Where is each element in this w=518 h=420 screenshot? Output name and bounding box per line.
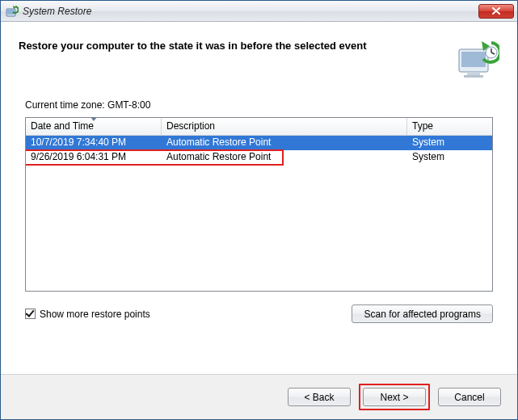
col-description[interactable]: Description — [162, 118, 407, 135]
header-row: Restore your computer to the state it wa… — [19, 36, 499, 80]
content-area: Restore your computer to the state it wa… — [1, 22, 517, 374]
svg-rect-6 — [464, 75, 483, 78]
table-header: Date and Time Description Type — [26, 118, 492, 136]
col-date-label: Date and Time — [31, 120, 94, 132]
cancel-button[interactable]: Cancel — [438, 388, 501, 406]
show-more-checkbox[interactable]: Show more restore points — [25, 309, 150, 320]
col-type-label: Type — [412, 120, 433, 132]
window-title: System Restore — [23, 6, 478, 17]
table-row[interactable]: 9/26/2019 6:04:31 PMAutomatic Restore Po… — [26, 150, 492, 165]
restore-points-table: Date and Time Description Type 10/7/2019… — [25, 117, 493, 292]
table-row[interactable]: 10/7/2019 7:34:40 PMAutomatic Restore Po… — [26, 136, 492, 150]
sort-desc-icon — [91, 117, 97, 121]
table-cell-date: 10/7/2019 7:34:40 PM — [26, 136, 162, 150]
close-button[interactable] — [478, 4, 514, 19]
col-type[interactable]: Type — [407, 118, 492, 135]
table-body: 10/7/2019 7:34:40 PMAutomatic Restore Po… — [26, 136, 492, 291]
table-cell-desc: Automatic Restore Point — [162, 150, 407, 165]
below-table-controls: Show more restore points Scan for affect… — [25, 304, 493, 323]
annotation-next-highlight: Next > — [359, 384, 430, 410]
col-date-time[interactable]: Date and Time — [26, 118, 162, 135]
next-button[interactable]: Next > — [363, 388, 426, 406]
show-more-label: Show more restore points — [40, 309, 150, 320]
col-desc-label: Description — [166, 120, 215, 132]
restore-icon — [6, 5, 19, 18]
close-icon — [492, 7, 500, 15]
table-cell-date: 9/26/2019 6:04:31 PM — [26, 150, 162, 165]
svg-rect-5 — [467, 72, 480, 75]
table-cell-type: System — [407, 136, 492, 150]
page-title: Restore your computer to the state it wa… — [19, 36, 456, 52]
table-cell-type: System — [407, 150, 492, 165]
table-cell-desc: Automatic Restore Point — [162, 136, 407, 150]
titlebar: System Restore — [1, 1, 517, 22]
system-restore-window: System Restore Restore your computer to … — [0, 0, 518, 420]
checkbox-icon — [25, 309, 36, 319]
timezone-label: Current time zone: GMT-8:00 — [19, 99, 499, 111]
wizard-footer: < Back Next > Cancel — [1, 374, 517, 419]
scan-affected-button[interactable]: Scan for affected programs — [352, 304, 493, 323]
restore-large-icon — [456, 36, 499, 80]
svg-rect-4 — [461, 52, 486, 67]
back-button[interactable]: < Back — [288, 388, 351, 406]
